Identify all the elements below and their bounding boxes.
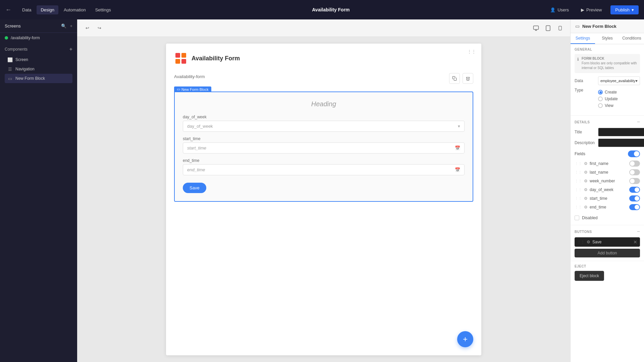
screen-dot — [5, 36, 8, 40]
add-component-button[interactable]: + — [69, 46, 72, 52]
data-arrow-icon: ▾ — [636, 79, 638, 83]
users-icon: 👤 — [550, 7, 555, 12]
eject-title: EJECT — [575, 264, 586, 268]
gear-save-button[interactable]: ⚙ — [587, 240, 590, 244]
type-update[interactable]: Update — [598, 97, 618, 101]
preview-button[interactable]: ▶ Preview — [578, 5, 605, 14]
radio-view-indicator — [598, 103, 603, 108]
eject-block-button[interactable]: Eject block — [575, 271, 604, 281]
general-header: GENERAL — [575, 48, 640, 51]
type-view[interactable]: View — [598, 103, 618, 108]
disabled-label: Disabled — [582, 216, 598, 220]
components-title: Components — [5, 47, 28, 52]
screen-item[interactable]: /availability-form — [0, 33, 77, 43]
fab-button[interactable]: + — [457, 331, 473, 347]
toggle-end-time[interactable] — [629, 204, 640, 210]
panel-header-title: New Form Block — [582, 24, 639, 29]
copy-block-button[interactable] — [449, 73, 460, 84]
gear-start-time[interactable]: ⚙ — [584, 196, 588, 201]
nav-settings[interactable]: Settings — [91, 5, 115, 14]
drag-handle-day-of-week[interactable]: ⋮⋮ — [575, 188, 582, 192]
disabled-checkbox[interactable] — [575, 216, 579, 220]
drag-handle-end-time[interactable]: ⋮⋮ — [575, 205, 582, 209]
drag-save-button[interactable]: ⋮⋮ — [577, 240, 585, 244]
delete-block-button[interactable] — [463, 73, 473, 84]
type-radio-group: Create Update View — [598, 90, 618, 108]
topbar-nav: Data Design Automation Settings — [18, 5, 115, 14]
remove-save-button[interactable]: ✕ — [633, 239, 637, 245]
dots-menu[interactable]: ⋮⋮ — [467, 49, 476, 54]
back-button[interactable]: ← — [5, 6, 11, 13]
data-select[interactable]: employee_availability ▾ — [598, 76, 640, 85]
screen-comp-icon: ⬜ — [7, 57, 13, 62]
tab-settings[interactable]: Settings — [571, 33, 595, 44]
title-input-group: ⚡ — [598, 128, 644, 136]
form-block: Heading day_of_week day_of_week ▾ start_… — [174, 92, 473, 202]
field-input-end-time[interactable]: end_time 📅 — [183, 164, 465, 175]
info-icon: ℹ — [577, 57, 579, 62]
field-input-start-time[interactable]: start_time 📅 — [183, 142, 465, 154]
drag-handle-week-number[interactable]: ⋮⋮ — [575, 179, 582, 183]
components-header: Components + — [5, 46, 72, 52]
preview-icon: ▶ — [581, 7, 584, 12]
sidebar-item-navigation[interactable]: ☰ Navigation — [5, 64, 72, 74]
drag-handle-first-name[interactable]: ⋮⋮ — [575, 162, 582, 166]
gear-end-time[interactable]: ⚙ — [584, 205, 588, 209]
drag-handle-start-time[interactable]: ⋮⋮ — [575, 196, 582, 201]
tablet-view-button[interactable] — [543, 23, 553, 33]
type-create[interactable]: Create — [598, 90, 618, 95]
general-section: GENERAL ℹ FORM BLOCK Form blocks are onl… — [571, 44, 644, 116]
toggle-day-of-week[interactable] — [629, 187, 640, 193]
form-save-button[interactable]: Save — [183, 183, 206, 193]
form-block-info: ℹ FORM BLOCK Form blocks are only compat… — [575, 54, 640, 73]
buttons-title: BUTTONS — [575, 230, 592, 234]
gear-first-name[interactable]: ⚙ — [584, 161, 588, 166]
gear-week-number[interactable]: ⚙ — [584, 179, 588, 183]
screens-icons: 🔍 + — [61, 23, 72, 28]
topbar: ← Data Design Automation Settings Availa… — [0, 0, 644, 19]
toggle-last-name[interactable] — [629, 169, 640, 175]
add-screen-icon[interactable]: + — [70, 23, 72, 28]
toggle-first-name[interactable] — [629, 161, 640, 167]
eject-section: EJECT Eject block — [571, 261, 644, 284]
publish-dropdown-icon: ▾ — [632, 7, 634, 12]
tab-styles[interactable]: Styles — [595, 33, 620, 44]
add-button-row[interactable]: Add button — [575, 249, 640, 257]
dropdown-icon: ▾ — [458, 124, 460, 129]
details-collapse-button[interactable]: − — [637, 119, 640, 125]
radio-update-indicator — [598, 97, 603, 101]
publish-button[interactable]: Publish ▾ — [610, 5, 639, 14]
gear-last-name[interactable]: ⚙ — [584, 170, 588, 175]
data-label: Data — [575, 78, 598, 83]
title-input[interactable] — [598, 128, 644, 136]
desc-field-row: Description ⚡ — [575, 138, 640, 147]
sidebar-item-new-form-block[interactable]: ▭ New Form Block — [5, 74, 72, 83]
desc-input[interactable] — [598, 138, 644, 147]
desc-input-group: ⚡ — [598, 138, 644, 147]
field-input-day-of-week[interactable]: day_of_week ▾ — [183, 121, 465, 132]
gear-day-of-week[interactable]: ⚙ — [584, 187, 588, 192]
nav-automation[interactable]: Automation — [60, 5, 90, 14]
drag-handle-last-name[interactable]: ⋮⋮ — [575, 170, 582, 175]
field-start-time: start_time start_time 📅 — [183, 136, 465, 154]
field-name-first-name: first_name — [590, 161, 627, 166]
fields-master-toggle[interactable] — [628, 150, 640, 157]
nav-data[interactable]: Data — [18, 5, 35, 14]
users-button[interactable]: 👤 Users — [547, 5, 572, 14]
undo-button[interactable]: ↩ — [83, 23, 92, 33]
field-name-week-number: week_number — [590, 179, 627, 183]
toggle-week-number[interactable] — [629, 178, 640, 184]
desktop-view-button[interactable] — [531, 23, 541, 33]
buttons-collapse-button[interactable]: − — [637, 229, 640, 235]
mobile-view-button[interactable] — [555, 23, 565, 33]
search-icon[interactable]: 🔍 — [61, 23, 66, 28]
toggle-start-time[interactable] — [629, 195, 640, 201]
tab-conditions[interactable]: Conditions — [620, 33, 644, 44]
redo-button[interactable]: ↪ — [95, 23, 104, 33]
nav-design[interactable]: Design — [37, 5, 58, 14]
sidebar-item-screen[interactable]: ⬜ Screen — [5, 55, 72, 64]
form-app-header: Availability Form — [174, 52, 473, 65]
form-heading: Heading — [183, 100, 465, 108]
svg-rect-8 — [181, 53, 186, 58]
calendar-icon: 📅 — [455, 145, 460, 150]
